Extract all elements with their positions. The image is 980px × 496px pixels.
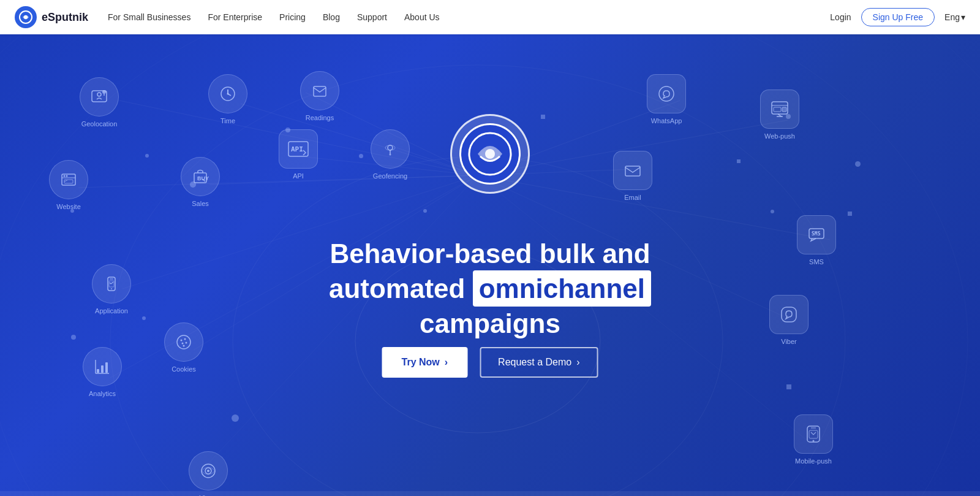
main-nav: For Small Businesses For Enterprise Pric…: [108, 12, 830, 22]
arrow-right-icon-demo: ›: [576, 357, 579, 368]
hero-section: Geolocation Time Readings API: [0, 34, 980, 496]
hero-text-block: Behavior-based bulk and automated omnich…: [276, 237, 704, 340]
sq-1: [541, 115, 545, 119]
feature-cookies: Cookies: [164, 322, 203, 373]
language-selector[interactable]: Eng ▾: [944, 12, 965, 22]
svg-point-52: [181, 340, 183, 341]
svg-rect-72: [625, 166, 640, 176]
svg-point-78: [813, 440, 815, 442]
nav-support[interactable]: Support: [357, 12, 387, 22]
feature-geolocation: Geolocation: [80, 77, 119, 128]
svg-point-33: [227, 93, 229, 95]
hero-title: Behavior-based bulk and automated omnich…: [276, 237, 704, 340]
feature-whatsapp: WhatsApp: [647, 74, 686, 124]
feature-api: API API: [279, 129, 318, 180]
svg-line-21: [478, 175, 830, 240]
dot-9: [359, 154, 363, 158]
dot-12: [771, 210, 774, 213]
sq-3: [848, 212, 852, 216]
feature-email: Email: [613, 151, 652, 201]
feature-time: Time: [208, 74, 247, 124]
login-button[interactable]: Login: [830, 12, 851, 22]
center-logo: [450, 114, 530, 194]
signup-button[interactable]: Sign Up Free: [861, 8, 935, 26]
feature-application: Application: [92, 264, 131, 315]
svg-rect-58: [101, 365, 104, 373]
nav-blog[interactable]: Blog: [323, 12, 340, 22]
logo[interactable]: eSputnik: [15, 6, 88, 28]
feature-mobilepush: Mobile-push: [794, 414, 833, 465]
dot-4: [70, 209, 74, 213]
svg-line-13: [209, 175, 478, 185]
dot-5: [71, 335, 76, 340]
dot-8: [423, 209, 427, 213]
feature-readings: Readings: [300, 71, 339, 121]
svg-point-1: [24, 15, 28, 19]
hero-highlight-word: omnichannel: [473, 270, 651, 307]
feature-geofencing: Geofencing: [371, 129, 410, 180]
sq-2: [737, 159, 741, 163]
svg-rect-34: [314, 86, 326, 96]
svg-point-25: [485, 149, 495, 159]
dot-1: [285, 128, 290, 132]
svg-point-42: [64, 175, 66, 177]
svg-text:API: API: [291, 145, 303, 153]
try-now-button[interactable]: Try Now ›: [382, 347, 468, 378]
svg-point-39: [385, 145, 395, 150]
svg-point-65: [659, 86, 674, 101]
svg-point-37: [388, 145, 393, 150]
svg-rect-70: [774, 107, 781, 112]
svg-point-49: [111, 288, 112, 289]
dot-3: [190, 181, 196, 188]
dot-2: [145, 154, 149, 158]
arrow-right-icon: ›: [445, 357, 448, 368]
svg-point-38: [390, 154, 391, 156]
svg-point-28: [102, 90, 106, 94]
svg-point-54: [182, 343, 184, 345]
feature-website: Website: [49, 160, 88, 210]
nav-enterprise[interactable]: For Enterprise: [208, 12, 262, 22]
nav-about-us[interactable]: About Us: [404, 12, 440, 22]
feature-viber: Viber: [769, 295, 809, 345]
navbar: eSputnik For Small Businesses For Enterp…: [0, 0, 980, 34]
svg-point-56: [183, 345, 185, 347]
svg-point-51: [177, 335, 190, 349]
request-demo-button[interactable]: Request a Demo ›: [480, 347, 598, 378]
svg-rect-44: [64, 180, 73, 183]
feature-views: Views: [189, 451, 228, 496]
dot-6: [142, 316, 146, 320]
feature-analytics: Analytics: [83, 347, 122, 397]
sq-4: [786, 384, 791, 389]
feature-sales: BUY Sales: [181, 157, 220, 207]
svg-line-12: [78, 175, 478, 188]
navbar-actions: Login Sign Up Free Eng ▾: [830, 8, 965, 26]
svg-text:SMS: SMS: [812, 231, 821, 237]
feature-sms: SMS SMS: [797, 215, 836, 265]
svg-point-43: [66, 175, 68, 177]
svg-rect-59: [105, 362, 108, 373]
svg-point-64: [207, 470, 209, 472]
nav-pricing[interactable]: Pricing: [279, 12, 306, 22]
client-logos-bar: watsons METRO BMW Ferrari YVES ROCHERFRA…: [0, 491, 980, 496]
dot-10: [786, 114, 791, 119]
svg-point-27: [97, 93, 101, 96]
svg-rect-75: [782, 307, 796, 322]
svg-point-53: [184, 338, 186, 340]
svg-text:BUY: BUY: [197, 175, 209, 181]
nav-small-businesses[interactable]: For Small Businesses: [108, 12, 190, 22]
logo-icon: [15, 6, 37, 28]
svg-rect-71: [782, 107, 786, 112]
chevron-down-icon: ▾: [961, 12, 965, 22]
svg-point-55: [186, 342, 187, 344]
logo-text: eSputnik: [42, 11, 88, 24]
dot-11: [855, 161, 861, 167]
dot-7: [232, 414, 239, 422]
feature-webpush: Web-push: [760, 90, 799, 140]
svg-rect-57: [97, 369, 99, 373]
hero-cta: Try Now › Request a Demo ›: [382, 347, 598, 378]
svg-line-8: [241, 104, 478, 175]
